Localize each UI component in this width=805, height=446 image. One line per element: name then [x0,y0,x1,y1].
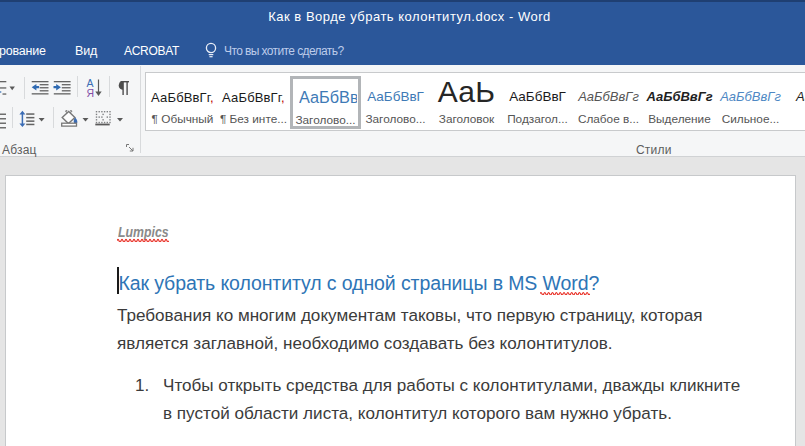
svg-text:Я: Я [87,87,95,99]
